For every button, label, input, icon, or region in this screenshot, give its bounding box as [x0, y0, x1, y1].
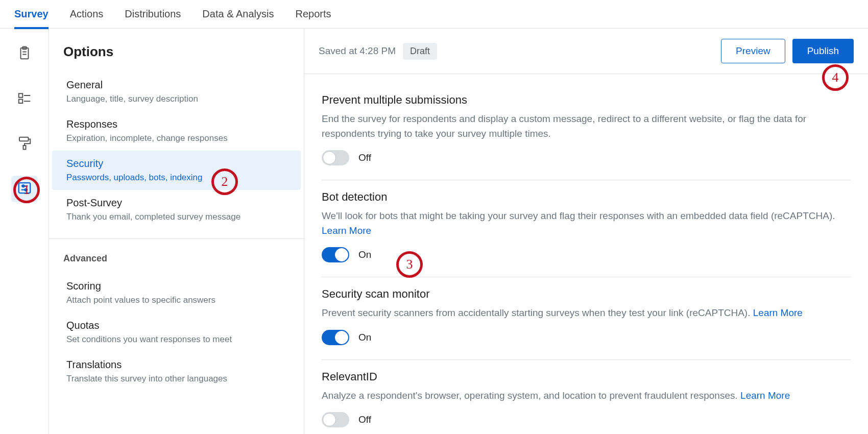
toggle-label: On [358, 332, 371, 343]
toggle-label: Off [358, 414, 371, 425]
tab-label: Data & Analysis [202, 8, 274, 20]
sidebar-advanced-label: Advanced [49, 248, 304, 273]
sidebar-item-title: Security [66, 158, 286, 170]
sidebar-item-title: Quotas [66, 320, 286, 331]
main-header: Saved at 4:28 PM Draft Preview Publish [304, 29, 868, 74]
tab-label: Actions [70, 8, 104, 20]
sidebar-item-responses[interactable]: Responses Expiration, incomplete, change… [52, 111, 301, 151]
learn-more-link[interactable]: Learn More [322, 225, 371, 236]
sidebar-item-sub: Set conditions you want responses to mee… [66, 334, 286, 345]
sidebar-item-quotas[interactable]: Quotas Set conditions you want responses… [52, 312, 301, 352]
toggle-relevantid[interactable] [322, 412, 349, 427]
tab-reports[interactable]: Reports [295, 0, 331, 29]
clipboard-icon [17, 45, 32, 63]
sidebar-item-title: Responses [66, 118, 286, 130]
sidebar-divider [49, 238, 304, 239]
publish-button[interactable]: Publish [792, 39, 854, 63]
setting-bot-detection: Bot detection We'll look for bots that m… [322, 180, 851, 277]
left-rail [0, 29, 49, 434]
svg-rect-6 [18, 100, 22, 104]
sidebar-item-post-survey[interactable]: Post-Survey Thank you email, completed s… [52, 190, 301, 229]
toggle-security-scan[interactable] [322, 330, 349, 345]
setting-desc: End the survey for respondents and displ… [322, 112, 851, 141]
rail-clipboard[interactable] [11, 41, 38, 67]
setting-title: RelevantID [322, 370, 851, 383]
sidebar-item-sub: Attach point values to specific answers [66, 295, 286, 305]
learn-more-link[interactable]: Learn More [740, 390, 790, 401]
toggle-prevent-multiple[interactable] [322, 150, 349, 165]
sidebar-item-sub: Passwords, uploads, bots, indexing [66, 173, 286, 183]
sidebar-item-sub: Thank you email, completed survey messag… [66, 212, 286, 222]
setting-desc-text: We'll look for bots that might be taking… [322, 210, 835, 221]
rail-options[interactable] [11, 176, 38, 202]
rail-paint[interactable] [11, 131, 38, 157]
top-nav: Survey Actions Distributions Data & Anal… [0, 0, 868, 29]
tab-actions[interactable]: Actions [70, 0, 104, 29]
sidebar-item-sub: Language, title, survey description [66, 94, 286, 104]
tab-survey[interactable]: Survey [14, 0, 49, 29]
sidebar-item-general[interactable]: General Language, title, survey descript… [52, 72, 301, 111]
sidebar-item-translations[interactable]: Translations Translate this survey into … [52, 352, 301, 391]
setting-desc: We'll look for bots that might be taking… [322, 209, 851, 238]
setting-title: Bot detection [322, 190, 851, 204]
setting-desc: Analyze a respondent's browser, operatin… [322, 389, 851, 403]
sidebar-item-title: Translations [66, 359, 286, 371]
rail-layout[interactable] [11, 86, 38, 112]
svg-rect-8 [19, 137, 29, 141]
svg-rect-10 [18, 183, 30, 193]
toggle-label: On [358, 249, 371, 260]
tab-label: Reports [295, 8, 331, 20]
status-badge: Draft [403, 43, 437, 60]
setting-title: Security scan monitor [322, 287, 851, 301]
toggle-bot-detection[interactable] [322, 247, 349, 262]
setting-security-scan: Security scan monitor Prevent security s… [322, 277, 851, 359]
setting-relevantid: RelevantID Analyze a respondent's browse… [322, 359, 851, 435]
tab-label: Distributions [125, 8, 181, 20]
sidebar-item-scoring[interactable]: Scoring Attach point values to specific … [52, 273, 301, 312]
main-column: Saved at 4:28 PM Draft Preview Publish P… [304, 29, 868, 434]
svg-point-12 [22, 185, 24, 187]
sidebar-item-security[interactable]: Security Passwords, uploads, bots, index… [52, 151, 301, 190]
setting-desc-text: End the survey for respondents and displ… [322, 113, 806, 139]
paint-roller-icon [17, 135, 32, 153]
setting-title: Prevent multiple submissions [322, 93, 851, 107]
sidebar-item-title: General [66, 79, 286, 91]
tab-distributions[interactable]: Distributions [125, 0, 181, 29]
layout-icon [17, 90, 32, 108]
svg-rect-4 [18, 93, 22, 98]
sidebar-title: Options [49, 29, 304, 72]
saved-at-text: Saved at 4:28 PM [319, 45, 396, 57]
settings-scroll[interactable]: Prevent multiple submissions End the sur… [304, 74, 868, 434]
tab-data-analysis[interactable]: Data & Analysis [202, 0, 274, 29]
settings-sliders-icon [17, 180, 32, 198]
tab-label: Survey [14, 8, 49, 20]
sidebar-item-title: Scoring [66, 280, 286, 292]
sidebar-item-sub: Expiration, incomplete, change responses [66, 133, 286, 143]
setting-prevent-multiple: Prevent multiple submissions End the sur… [322, 83, 851, 180]
setting-desc-text: Analyze a respondent's browser, operatin… [322, 390, 740, 401]
svg-point-14 [25, 189, 27, 191]
sidebar-item-sub: Translate this survey into other languag… [66, 374, 286, 384]
learn-more-link[interactable]: Learn More [753, 307, 803, 318]
preview-button[interactable]: Preview [721, 39, 785, 63]
sidebar-item-title: Post-Survey [66, 197, 286, 209]
options-sidebar: Options General Language, title, survey … [49, 29, 304, 434]
svg-rect-9 [23, 146, 26, 150]
setting-desc-text: Prevent security scanners from accidenta… [322, 307, 753, 318]
setting-desc: Prevent security scanners from accidenta… [322, 306, 851, 321]
toggle-label: Off [358, 152, 371, 163]
